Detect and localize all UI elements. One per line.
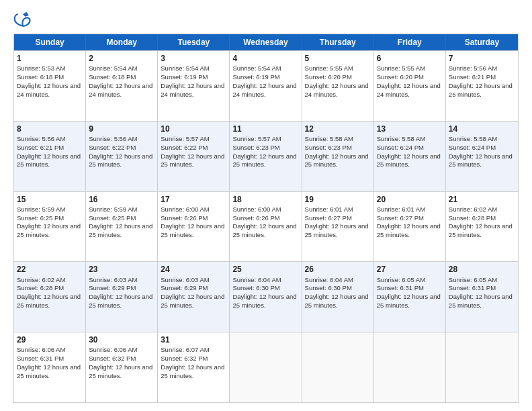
sunset: Sunset: 6:32 PM xyxy=(89,355,136,362)
calendar-cell-20: 20Sunrise: 6:01 AMSunset: 6:27 PMDayligh… xyxy=(374,192,446,262)
sunset: Sunset: 6:25 PM xyxy=(89,214,136,222)
day-number: 13 xyxy=(377,124,443,134)
sunrise: Sunrise: 5:53 AM xyxy=(17,64,65,72)
sunrise: Sunrise: 6:06 AM xyxy=(89,346,137,353)
day-number: 31 xyxy=(161,334,226,345)
daylight: Daylight: 12 hours and 25 minutes. xyxy=(232,152,296,169)
sunrise: Sunrise: 6:01 AM xyxy=(305,205,353,213)
sunset: Sunset: 6:28 PM xyxy=(17,284,64,291)
header-day-wednesday: Wednesday xyxy=(230,34,302,50)
sunrise: Sunrise: 6:03 AM xyxy=(89,276,137,283)
sunset: Sunset: 6:24 PM xyxy=(377,144,424,151)
calendar-cell-21: 21Sunrise: 6:02 AMSunset: 6:28 PMDayligh… xyxy=(446,192,518,262)
calendar-cell-17: 17Sunrise: 6:00 AMSunset: 6:26 PMDayligh… xyxy=(158,192,230,262)
day-number: 3 xyxy=(161,53,226,64)
daylight: Daylight: 12 hours and 24 minutes. xyxy=(161,82,224,98)
day-number: 26 xyxy=(305,264,371,275)
day-number: 18 xyxy=(232,194,298,205)
sunrise: Sunrise: 5:59 AM xyxy=(17,205,65,213)
daylight: Daylight: 12 hours and 25 minutes. xyxy=(161,363,224,379)
header-day-friday: Friday xyxy=(374,34,446,50)
sunrise: Sunrise: 6:06 AM xyxy=(17,346,65,353)
sunrise: Sunrise: 5:58 AM xyxy=(377,135,425,142)
sunset: Sunset: 6:29 PM xyxy=(89,284,136,291)
day-number: 25 xyxy=(232,264,298,275)
day-number: 30 xyxy=(89,334,154,345)
sunset: Sunset: 6:28 PM xyxy=(449,214,496,222)
daylight: Daylight: 12 hours and 25 minutes. xyxy=(232,222,296,238)
daylight: Daylight: 12 hours and 25 minutes. xyxy=(377,152,441,169)
calendar-week-4: 22Sunrise: 6:02 AMSunset: 6:28 PMDayligh… xyxy=(14,261,518,332)
sunset: Sunset: 6:21 PM xyxy=(17,144,64,151)
header-day-saturday: Saturday xyxy=(446,34,518,50)
sunset: Sunset: 6:25 PM xyxy=(17,214,64,222)
sunset: Sunset: 6:18 PM xyxy=(89,73,136,81)
calendar-cell-13: 13Sunrise: 5:58 AMSunset: 6:24 PMDayligh… xyxy=(374,122,446,191)
daylight: Daylight: 12 hours and 25 minutes. xyxy=(89,152,152,169)
calendar-cell-19: 19Sunrise: 6:01 AMSunset: 6:27 PMDayligh… xyxy=(302,192,374,262)
sunrise: Sunrise: 5:55 AM xyxy=(305,64,353,72)
day-number: 19 xyxy=(305,194,371,205)
sunset: Sunset: 6:29 PM xyxy=(161,284,208,291)
calendar-cell-8: 8Sunrise: 5:56 AMSunset: 6:21 PMDaylight… xyxy=(14,122,86,191)
calendar-cell-15: 15Sunrise: 5:59 AMSunset: 6:25 PMDayligh… xyxy=(14,192,86,262)
daylight: Daylight: 12 hours and 25 minutes. xyxy=(17,293,81,309)
calendar-cell-24: 24Sunrise: 6:03 AMSunset: 6:29 PMDayligh… xyxy=(158,262,230,332)
day-number: 20 xyxy=(377,194,443,205)
sunset: Sunset: 6:26 PM xyxy=(161,214,208,222)
calendar-cell-9: 9Sunrise: 5:56 AMSunset: 6:22 PMDaylight… xyxy=(86,122,158,191)
calendar-week-1: 1Sunrise: 5:53 AMSunset: 6:18 PMDaylight… xyxy=(14,50,518,121)
sunset: Sunset: 6:30 PM xyxy=(305,284,352,291)
header-day-tuesday: Tuesday xyxy=(158,34,230,50)
sunset: Sunset: 6:23 PM xyxy=(305,144,352,151)
calendar-cell-10: 10Sunrise: 5:57 AMSunset: 6:22 PMDayligh… xyxy=(158,122,230,191)
daylight: Daylight: 12 hours and 25 minutes. xyxy=(449,152,513,169)
header-day-sunday: Sunday xyxy=(14,34,86,50)
day-number: 22 xyxy=(17,264,83,275)
calendar: SundayMondayTuesdayWednesdayThursdayFrid… xyxy=(13,34,519,403)
day-number: 9 xyxy=(89,124,154,134)
header-day-monday: Monday xyxy=(86,34,158,50)
day-number: 10 xyxy=(161,124,226,134)
daylight: Daylight: 12 hours and 25 minutes. xyxy=(89,222,152,238)
daylight: Daylight: 12 hours and 24 minutes. xyxy=(305,82,369,98)
day-number: 28 xyxy=(449,264,515,275)
calendar-cell-6: 6Sunrise: 5:55 AMSunset: 6:20 PMDaylight… xyxy=(374,51,446,121)
sunset: Sunset: 6:19 PM xyxy=(161,73,208,81)
sunrise: Sunrise: 5:56 AM xyxy=(449,64,497,72)
calendar-cell-empty xyxy=(302,332,374,402)
day-number: 15 xyxy=(17,194,83,205)
daylight: Daylight: 12 hours and 25 minutes. xyxy=(305,222,369,238)
sunrise: Sunrise: 6:05 AM xyxy=(377,276,425,283)
sunrise: Sunrise: 6:00 AM xyxy=(161,205,209,213)
sunset: Sunset: 6:19 PM xyxy=(232,73,279,81)
daylight: Daylight: 12 hours and 24 minutes. xyxy=(232,82,296,98)
sunrise: Sunrise: 5:54 AM xyxy=(232,64,281,72)
sunrise: Sunrise: 6:03 AM xyxy=(161,276,209,283)
sunset: Sunset: 6:27 PM xyxy=(305,214,352,222)
day-number: 27 xyxy=(377,264,443,275)
calendar-cell-1: 1Sunrise: 5:53 AMSunset: 6:18 PMDaylight… xyxy=(14,51,86,121)
sunrise: Sunrise: 5:58 AM xyxy=(305,135,353,142)
logo-icon xyxy=(13,11,32,30)
sunrise: Sunrise: 5:55 AM xyxy=(377,64,425,72)
header-day-thursday: Thursday xyxy=(302,34,374,50)
sunset: Sunset: 6:22 PM xyxy=(161,144,208,151)
sunrise: Sunrise: 6:05 AM xyxy=(449,276,497,283)
daylight: Daylight: 12 hours and 25 minutes. xyxy=(449,222,513,238)
daylight: Daylight: 12 hours and 25 minutes. xyxy=(305,152,369,169)
sunrise: Sunrise: 5:59 AM xyxy=(89,205,137,213)
daylight: Daylight: 12 hours and 25 minutes. xyxy=(161,222,224,238)
sunset: Sunset: 6:23 PM xyxy=(232,144,279,151)
day-number: 7 xyxy=(449,53,515,64)
calendar-week-3: 15Sunrise: 5:59 AMSunset: 6:25 PMDayligh… xyxy=(14,191,518,262)
calendar-cell-11: 11Sunrise: 5:57 AMSunset: 6:23 PMDayligh… xyxy=(230,122,302,191)
sunrise: Sunrise: 5:54 AM xyxy=(161,64,209,72)
sunset: Sunset: 6:24 PM xyxy=(449,144,496,151)
day-number: 21 xyxy=(449,194,515,205)
calendar-cell-28: 28Sunrise: 6:05 AMSunset: 6:31 PMDayligh… xyxy=(446,262,518,332)
daylight: Daylight: 12 hours and 25 minutes. xyxy=(377,293,441,309)
day-number: 6 xyxy=(377,53,443,64)
sunrise: Sunrise: 5:58 AM xyxy=(449,135,497,142)
sunset: Sunset: 6:31 PM xyxy=(17,355,64,362)
